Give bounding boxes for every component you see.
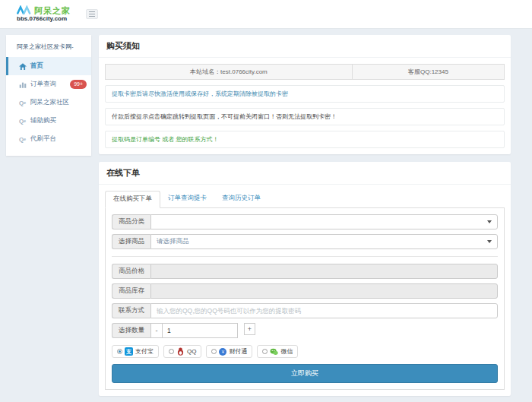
category-select[interactable] — [150, 214, 498, 229]
tab-history-orders[interactable]: 查询历史订单 — [214, 191, 268, 208]
bar-chart-icon — [18, 81, 27, 88]
qq-proxy-icon: Qe — [18, 135, 27, 143]
page: 阿呆之家 bbs.0766city.com 阿呆之家社区发卡网- 首页 订单查询… — [0, 0, 532, 402]
logo-domain: bbs.0766city.com — [17, 16, 71, 23]
online-order-title: 在线下单 — [99, 162, 511, 185]
quantity-increase-button[interactable]: + — [244, 323, 255, 335]
sidebar-item-label: 阿呆之家社区 — [30, 98, 69, 107]
payment-label: 微信 — [280, 347, 293, 356]
sidebar-item-label: 辅助购买 — [30, 116, 56, 125]
sidebar-item-label: 代刷平台 — [30, 135, 56, 144]
stock-field — [150, 283, 498, 299]
payment-label: QQ — [187, 348, 196, 355]
sidebar-item-community[interactable]: Qe 阿呆之家社区 — [6, 93, 91, 112]
home-icon — [18, 62, 27, 70]
payment-label: 财付通 — [229, 347, 247, 356]
radio-tenpay[interactable] — [211, 349, 217, 354]
order-form: 商品分类 选择商品 请选择商品 — [105, 207, 505, 390]
sidebar-item-orders[interactable]: 订单查询 99+ — [6, 75, 91, 93]
logo-m-icon — [17, 5, 32, 15]
menu-toggle-icon[interactable] — [86, 9, 98, 19]
support-qq-cell: 客服QQ:12345 — [353, 65, 504, 79]
radio-wechat[interactable] — [262, 349, 268, 354]
order-tabs: 在线购买下单 订单查询提卡 查询历史订单 — [105, 191, 505, 208]
price-field — [150, 264, 498, 279]
sidebar-item-proxy-platform[interactable]: Qe 代刷平台 — [6, 130, 91, 148]
payment-option-qq[interactable]: QQ — [163, 345, 201, 358]
sidebar-item-label: 订单查询 — [30, 80, 56, 89]
notice-line-3: 提取码是订单编号 或者 您的联系方式！ — [105, 131, 505, 148]
sidebar: 阿呆之家社区发卡网- 首页 订单查询 99+ Qe 阿呆之家社区 Qe — [6, 35, 91, 156]
product-select[interactable]: 请选择商品 — [150, 234, 498, 249]
product-select-value: 请选择商品 — [157, 237, 189, 245]
top-header: 阿呆之家 bbs.0766city.com — [0, 0, 532, 29]
quantity-input[interactable] — [162, 323, 238, 338]
tab-buy-online[interactable]: 在线购买下单 — [105, 191, 160, 208]
wechat-icon — [270, 347, 278, 356]
qq-assist-icon: Qe — [18, 117, 27, 125]
category-label: 商品分类 — [112, 214, 150, 229]
price-label: 商品价格 — [112, 264, 150, 279]
payment-methods: 支 支付宝 QQ — [112, 345, 498, 358]
qq-community-icon: Qe — [18, 99, 27, 106]
tenpay-icon: ¥ — [219, 348, 226, 356]
purchase-notice-title: 购买须知 — [99, 35, 511, 58]
buy-now-button[interactable]: 立即购买 — [112, 364, 498, 383]
radio-alipay[interactable] — [117, 349, 122, 354]
online-order-panel: 在线下单 在线购买下单 订单查询提卡 查询历史订单 商品分类 — [99, 162, 511, 396]
notice-line-1: 提取卡密后请尽快激活使用或保存好，系统定期清除被提取的卡密 — [105, 85, 505, 103]
notice-line-2: 付款后按提示点击确定跳转到提取页面，不可提前关闭窗口！否则无法提取到卡密！ — [105, 108, 505, 125]
sidebar-title: 阿呆之家社区发卡网- — [6, 35, 91, 57]
quantity-decrease-button[interactable]: - — [150, 323, 162, 338]
chevron-down-icon — [487, 220, 492, 223]
sidebar-item-home[interactable]: 首页 — [6, 57, 91, 75]
contact-label: 联系方式 — [112, 303, 150, 318]
form-divider — [112, 256, 498, 257]
alipay-icon: 支 — [125, 347, 133, 356]
stock-label: 商品库存 — [112, 283, 150, 299]
payment-label: 支付宝 — [135, 347, 154, 356]
sidebar-item-label: 首页 — [30, 62, 43, 71]
chevron-down-icon — [487, 240, 492, 243]
order-count-badge: 99+ — [70, 80, 87, 88]
site-logo[interactable]: 阿呆之家 bbs.0766city.com — [17, 5, 71, 23]
payment-option-tenpay[interactable]: ¥ 财付通 — [206, 345, 252, 358]
payment-option-wechat[interactable]: 微信 — [257, 345, 298, 358]
contact-input[interactable] — [150, 303, 498, 318]
radio-qq[interactable] — [169, 349, 174, 354]
logo-title: 阿呆之家 — [34, 6, 71, 15]
site-info-row: 本站域名：test.0766city.com 客服QQ:12345 — [105, 64, 505, 80]
quantity-label: 选择数量 — [112, 323, 150, 338]
qq-penguin-icon — [176, 347, 185, 356]
payment-option-alipay[interactable]: 支 支付宝 — [112, 345, 159, 358]
purchase-notice-panel: 购买须知 本站域名：test.0766city.com 客服QQ:12345 提… — [99, 35, 511, 154]
product-label: 选择商品 — [112, 234, 150, 249]
site-domain-cell: 本站域名：test.0766city.com — [106, 65, 353, 79]
sidebar-item-assist-buy[interactable]: Qe 辅助购买 — [6, 112, 91, 130]
tab-query-card[interactable]: 订单查询提卡 — [160, 191, 214, 208]
